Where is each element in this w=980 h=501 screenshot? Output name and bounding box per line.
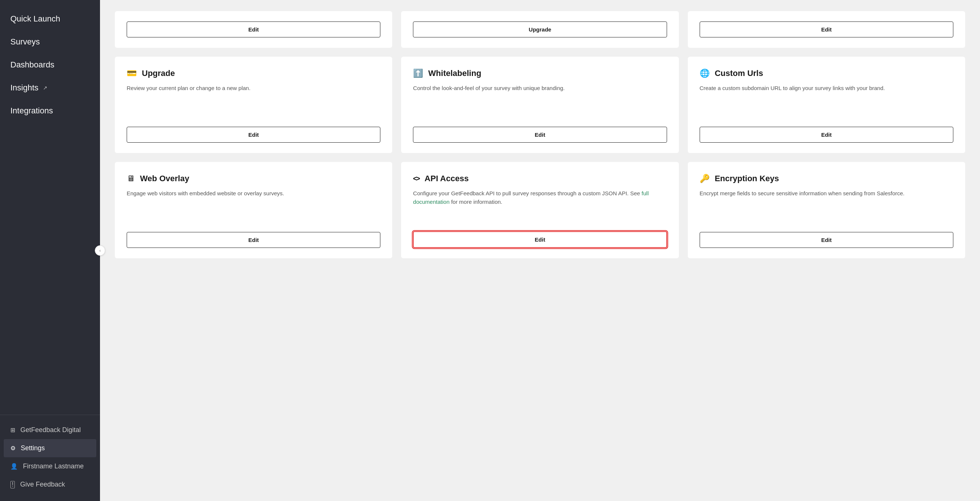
top-card-2: Upgrade: [401, 11, 679, 48]
cards-grid-row-2: 🖥 Web Overlay Engage web visitors with e…: [115, 162, 965, 258]
sidebar: Quick Launch Surveys Dashboards Insights…: [0, 0, 100, 501]
card-whitelabeling-title: Whitelabeling: [428, 69, 481, 78]
top-card-3: Edit: [688, 11, 965, 48]
card-api-access-description: Configure your GetFeedback API to pull s…: [413, 189, 667, 221]
card-encryption-keys-edit-button[interactable]: Edit: [700, 232, 953, 248]
top-partial-row: Edit Upgrade Edit: [115, 11, 965, 48]
chevron-left-icon: ‹: [99, 248, 101, 253]
key-icon: 🔑: [700, 174, 710, 183]
card-upgrade-edit-button[interactable]: Edit: [127, 127, 380, 143]
card-api-access-edit-button[interactable]: Edit: [413, 231, 667, 248]
globe-icon: 🌐: [700, 69, 710, 78]
settings-icon: ⚙: [10, 445, 16, 452]
sidebar-bottom-label: Give Feedback: [20, 480, 65, 488]
top-card-1: Edit: [115, 11, 392, 48]
sidebar-item-integrations[interactable]: Integrations: [0, 99, 100, 122]
sidebar-item-label: Surveys: [10, 37, 40, 47]
give-feedback-icon: !: [10, 481, 15, 488]
card-encryption-keys: 🔑 Encryption Keys Encrypt merge fields t…: [688, 162, 965, 258]
sidebar-collapse-button[interactable]: ‹: [95, 245, 105, 256]
sidebar-item-getfeedback-digital[interactable]: ⊞ GetFeedback Digital: [0, 421, 100, 439]
card-custom-urls: 🌐 Custom Urls Create a custom subdomain …: [688, 57, 965, 153]
card-encryption-keys-description: Encrypt merge fields to secure sensitive…: [700, 189, 953, 222]
sidebar-item-label: Insights: [10, 83, 38, 93]
card-upgrade-header: 💳 Upgrade: [127, 69, 380, 78]
main-content: Edit Upgrade Edit 💳 Upgrade Review your …: [100, 0, 980, 501]
card-encryption-keys-header: 🔑 Encryption Keys: [700, 174, 953, 183]
card-whitelabeling-edit-button[interactable]: Edit: [413, 127, 667, 143]
top-edit-button-2[interactable]: Edit: [700, 21, 953, 37]
profile-icon: 👤: [10, 463, 18, 470]
sidebar-item-dashboards[interactable]: Dashboards: [0, 53, 100, 77]
card-web-overlay-title: Web Overlay: [140, 174, 189, 183]
sidebar-item-insights[interactable]: Insights ↗: [0, 77, 100, 99]
top-upgrade-button[interactable]: Upgrade: [413, 21, 667, 37]
card-api-access: <> API Access Configure your GetFeedback…: [401, 162, 679, 258]
external-link-icon: ↗: [43, 85, 48, 91]
sidebar-nav: Quick Launch Surveys Dashboards Insights…: [0, 0, 100, 415]
sidebar-item-profile[interactable]: 👤 Firstname Lastname: [0, 457, 100, 475]
sidebar-bottom-label: Settings: [21, 444, 45, 452]
sidebar-item-quick-launch[interactable]: Quick Launch: [0, 7, 100, 30]
card-upgrade-description: Review your current plan or change to a …: [127, 84, 380, 116]
credit-card-icon: 💳: [127, 69, 137, 78]
card-whitelabeling: ⬆️ Whitelabeling Control the look-and-fe…: [401, 57, 679, 153]
card-api-access-header: <> API Access: [413, 174, 667, 183]
card-web-overlay-header: 🖥 Web Overlay: [127, 174, 380, 183]
card-web-overlay-edit-button[interactable]: Edit: [127, 232, 380, 248]
sidebar-item-settings[interactable]: ⚙ Settings: [4, 439, 96, 457]
card-custom-urls-edit-button[interactable]: Edit: [700, 127, 953, 143]
cards-grid-row-1: 💳 Upgrade Review your current plan or ch…: [115, 57, 965, 153]
sidebar-item-label: Quick Launch: [10, 14, 60, 24]
card-custom-urls-description: Create a custom subdomain URL to align y…: [700, 84, 953, 116]
sidebar-bottom-label: Firstname Lastname: [23, 463, 84, 470]
card-upgrade: 💳 Upgrade Review your current plan or ch…: [115, 57, 392, 153]
card-custom-urls-title: Custom Urls: [715, 69, 763, 78]
sidebar-bottom: ⊞ GetFeedback Digital ⚙ Settings 👤 First…: [0, 415, 100, 501]
card-custom-urls-header: 🌐 Custom Urls: [700, 69, 953, 78]
getfeedback-digital-icon: ⊞: [10, 426, 15, 434]
card-web-overlay-description: Engage web visitors with embedded websit…: [127, 189, 380, 222]
monitor-icon: 🖥: [127, 174, 135, 183]
api-full-documentation-link[interactable]: full documentation: [413, 190, 649, 205]
sidebar-bottom-label: GetFeedback Digital: [21, 426, 81, 434]
card-whitelabeling-header: ⬆️ Whitelabeling: [413, 69, 667, 78]
sidebar-item-label: Dashboards: [10, 60, 54, 70]
card-encryption-keys-title: Encryption Keys: [715, 174, 779, 183]
top-edit-button-1[interactable]: Edit: [127, 21, 380, 37]
code-icon: <>: [413, 175, 419, 183]
upload-icon: ⬆️: [413, 69, 423, 78]
card-api-access-title: API Access: [425, 174, 469, 183]
card-web-overlay: 🖥 Web Overlay Engage web visitors with e…: [115, 162, 392, 258]
sidebar-item-surveys[interactable]: Surveys: [0, 30, 100, 53]
sidebar-item-label: Integrations: [10, 106, 53, 116]
card-upgrade-title: Upgrade: [142, 69, 175, 78]
sidebar-item-give-feedback[interactable]: ! Give Feedback: [0, 475, 100, 494]
card-whitelabeling-description: Control the look-and-feel of your survey…: [413, 84, 667, 116]
